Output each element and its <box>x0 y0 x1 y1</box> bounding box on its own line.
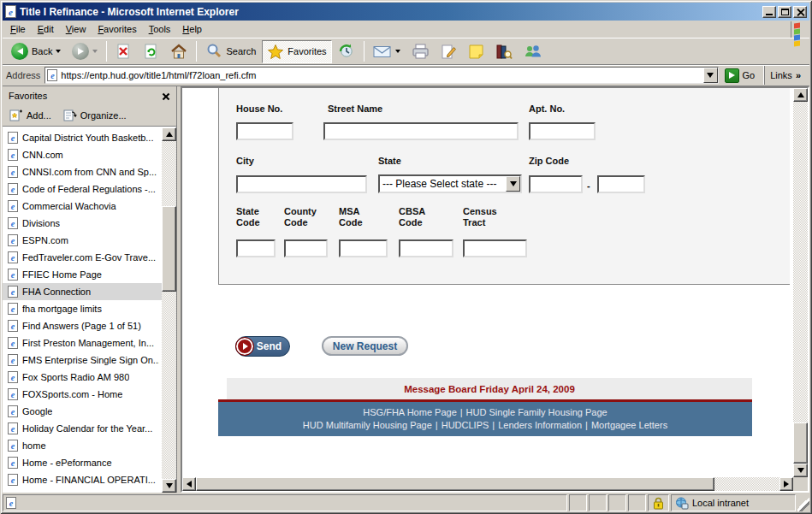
favorite-item[interactable]: eESPN.com <box>3 232 162 249</box>
zip-plus4-input[interactable] <box>597 175 645 193</box>
footer-line-2: HUD Multifamily Housing Page|HUDCLIPS|Le… <box>218 419 752 432</box>
favorite-item[interactable]: eGoogle <box>3 403 162 420</box>
favorite-item[interactable]: eHome - ePeformance <box>3 454 162 471</box>
menu-tools[interactable]: Tools <box>143 22 177 36</box>
menu-favorites[interactable]: Favorites <box>92 22 142 36</box>
forward-button[interactable] <box>67 40 103 63</box>
favorites-close-button[interactable] <box>159 90 173 102</box>
page-horizontal-scrollbar[interactable] <box>182 477 793 491</box>
census-tract-input[interactable] <box>463 239 527 257</box>
address-dropdown-button[interactable] <box>703 68 718 83</box>
minimize-icon <box>766 14 773 15</box>
messenger-button[interactable] <box>519 40 547 63</box>
footer-link[interactable]: HUDCLIPS <box>442 420 489 430</box>
favorite-item[interactable]: eFedTraveler.com E-Gov Trave... <box>3 249 162 266</box>
favorite-item[interactable]: eFFIEC Home Page <box>3 266 162 283</box>
favorite-icon: e <box>8 166 18 178</box>
cbsa-code-input[interactable] <box>399 239 453 257</box>
links-toolbar[interactable]: Links » <box>764 66 806 85</box>
county-code-input[interactable] <box>284 239 328 257</box>
property-address-form: House No. Street Name Apt. No. City Stat… <box>218 88 790 285</box>
go-button[interactable]: Go <box>723 66 761 85</box>
address-url[interactable]: https://entp.hud.gov/title1/html/f72loan… <box>61 70 699 80</box>
standard-toolbar: Back Search Favorites <box>3 38 809 65</box>
favorite-item[interactable]: eCapital District Youth Basketb... <box>3 129 162 146</box>
add-favorite-button[interactable]: Add... <box>9 109 51 121</box>
browser-window: e Title I Refinance - Microsoft Internet… <box>0 0 812 514</box>
favorite-item-selected[interactable]: eFHA Connection <box>3 283 162 300</box>
favorite-item[interactable]: eFOXSports.com - Home <box>3 386 162 403</box>
scroll-right-button[interactable] <box>779 477 793 491</box>
scroll-left-button[interactable] <box>182 477 196 491</box>
favorite-item[interactable]: eDivisions <box>3 215 162 232</box>
menu-file[interactable]: File <box>4 22 32 36</box>
favorite-item[interactable]: eHome - FINANCIAL OPERATI... <box>3 471 162 488</box>
state-select[interactable]: --- Please Select state --- <box>378 174 522 193</box>
zip-input[interactable] <box>529 175 583 193</box>
close-button[interactable] <box>793 6 807 18</box>
resize-grip[interactable] <box>797 494 809 511</box>
scroll-down-button[interactable] <box>162 479 176 493</box>
favorite-item[interactable]: eCNNSI.com from CNN and Sp... <box>3 163 162 180</box>
state-code-input[interactable] <box>236 239 276 257</box>
favorite-item[interactable]: eHoliday Calendar for the Year... <box>3 420 162 437</box>
organize-favorites-button[interactable]: Organize... <box>63 109 127 121</box>
favorite-item[interactable]: eCommercial Wachovia <box>3 198 162 215</box>
menu-edit[interactable]: Edit <box>32 22 60 36</box>
favorites-star-icon <box>267 44 284 60</box>
favorites-button[interactable]: Favorites <box>262 40 331 63</box>
footer-link[interactable]: Mortgagee Letters <box>591 420 667 430</box>
scroll-up-button[interactable] <box>162 127 176 141</box>
favorite-item[interactable]: efha mortgage limits <box>3 300 162 317</box>
census-tract-label: Census Tract <box>463 206 504 228</box>
scroll-up-button[interactable] <box>793 88 808 102</box>
home-button[interactable] <box>165 40 193 63</box>
address-field[interactable]: e https://entp.hud.gov/title1/html/f72lo… <box>44 67 718 84</box>
footer-link[interactable]: HUD Multifamily Housing Page <box>303 420 432 430</box>
county-code-label: County Code <box>284 206 325 228</box>
scroll-down-button[interactable] <box>793 464 808 477</box>
favorites-scrollbar[interactable] <box>162 127 176 493</box>
refresh-button[interactable] <box>138 40 164 63</box>
mail-button[interactable] <box>368 40 406 63</box>
menu-view[interactable]: View <box>60 22 92 36</box>
research-button[interactable] <box>490 40 518 63</box>
favorite-item[interactable]: eFMS Enterprise Single Sign On... <box>3 352 162 369</box>
scroll-thumb[interactable] <box>793 422 808 464</box>
minimize-button[interactable] <box>762 6 776 18</box>
favorite-item[interactable]: eFox Sports Radio AM 980 <box>3 369 162 386</box>
msa-code-label: MSA Code <box>339 206 370 228</box>
favorite-item[interactable]: eFirst Preston Management, In... <box>3 334 162 352</box>
menu-help[interactable]: Help <box>176 22 208 36</box>
edit-button[interactable] <box>436 40 462 63</box>
favorite-item[interactable]: eFind Answers (Page 1 of 51) <box>3 317 162 334</box>
favorite-item[interactable]: eCode of Federal Regulations -... <box>3 180 162 198</box>
print-button[interactable] <box>406 40 435 63</box>
footer-link[interactable]: Lenders Information <box>498 420 582 430</box>
apt-no-label: Apt. No. <box>529 103 565 115</box>
search-button[interactable]: Search <box>200 40 261 63</box>
apt-no-input[interactable] <box>529 122 596 140</box>
city-input[interactable] <box>236 175 367 193</box>
maximize-button[interactable] <box>778 6 791 18</box>
status-cell <box>589 494 607 511</box>
scroll-thumb[interactable] <box>162 206 176 292</box>
house-no-input[interactable] <box>236 122 293 140</box>
send-button[interactable]: Send <box>235 336 290 357</box>
page-vertical-scrollbar[interactable] <box>793 88 808 477</box>
favorite-item[interactable]: eCNN.com <box>3 146 162 163</box>
street-name-input[interactable] <box>323 122 519 140</box>
mail-dropdown-icon <box>395 50 400 53</box>
favorite-item[interactable]: ehome <box>3 437 162 454</box>
select-dropdown-icon[interactable] <box>506 176 520 192</box>
footer-link[interactable]: HUD Single Family Housing Page <box>466 407 608 417</box>
favorite-icon: e <box>8 303 18 315</box>
new-request-button[interactable]: New Request <box>322 336 408 356</box>
msa-code-input[interactable] <box>339 239 388 257</box>
stop-button[interactable] <box>110 40 137 63</box>
scroll-thumb[interactable] <box>196 477 714 491</box>
back-button[interactable]: Back <box>6 40 66 63</box>
footer-link[interactable]: HSG/FHA Home Page <box>363 407 456 417</box>
discuss-button[interactable] <box>463 40 489 63</box>
history-button[interactable] <box>333 40 360 63</box>
